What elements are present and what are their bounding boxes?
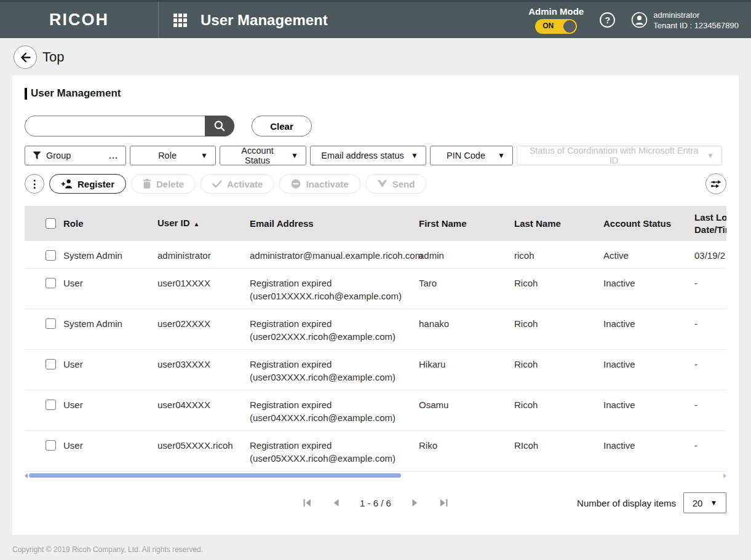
- sort-ascending-icon: ▲: [194, 221, 200, 227]
- filter-group[interactable]: Group ...: [25, 146, 126, 165]
- column-settings-button[interactable]: [705, 173, 726, 194]
- chevron-down-icon: ▼: [498, 151, 505, 160]
- admin-mode-control: Admin Mode ON: [528, 6, 584, 34]
- row-checkbox[interactable]: [46, 400, 56, 410]
- table-row[interactable]: System Admin administrator administrator…: [25, 241, 726, 269]
- column-last-name[interactable]: Last Name: [514, 218, 603, 230]
- cell-email: Registration expired (user03XXXX.ricoh@e…: [250, 358, 419, 384]
- filter-pin-code[interactable]: PIN Code ▼: [430, 146, 513, 165]
- row-checkbox[interactable]: [46, 359, 56, 369]
- more-options-button[interactable]: ⋮: [25, 174, 44, 194]
- column-first-name[interactable]: First Name: [419, 218, 514, 230]
- cell-role: User: [63, 439, 157, 452]
- cell-account-status: Inactive: [603, 358, 694, 371]
- row-checkbox[interactable]: [46, 250, 56, 261]
- email-line: (user02XXXX.ricoh@example.com): [250, 330, 413, 343]
- filter-entra-id: Status of Coordination with Microsoft En…: [517, 146, 722, 165]
- previous-page-button[interactable]: [332, 497, 341, 508]
- register-button[interactable]: Register: [49, 174, 126, 194]
- clear-button[interactable]: Clear: [252, 116, 312, 136]
- account-menu[interactable]: administrator Tenant ID : 1234567890: [631, 10, 739, 31]
- filter-account-status[interactable]: Account Status ▼: [220, 146, 306, 165]
- row-checkbox[interactable]: [46, 278, 56, 288]
- tune-sliders-icon: [709, 179, 723, 189]
- delete-button[interactable]: Delete: [131, 174, 196, 194]
- column-role[interactable]: Role: [63, 218, 157, 230]
- column-last-login[interactable]: Last Login Date/Time: [694, 211, 726, 236]
- table-row[interactable]: User user05XXXX.ricoh Registration expir…: [25, 431, 726, 471]
- cell-last-name: Ricoh: [514, 358, 603, 371]
- copyright-text: Copyright © 2019 Ricoh Company, Ltd. All…: [12, 545, 203, 554]
- scroll-right-arrow-icon[interactable]: [723, 473, 726, 478]
- cell-last-name: Ricoh: [514, 317, 603, 330]
- cell-last-login: -: [694, 358, 726, 371]
- app-title: User Management: [201, 12, 328, 29]
- email-line: Registration expired: [250, 358, 413, 371]
- email-line: Registration expired: [250, 398, 413, 411]
- help-icon[interactable]: ?: [600, 12, 615, 28]
- cell-last-name: Ricoh: [514, 277, 603, 290]
- search-box: [25, 116, 234, 136]
- cell-first-name: admin: [419, 249, 514, 262]
- cell-role: User: [63, 277, 157, 290]
- scroll-left-arrow-icon[interactable]: [25, 473, 28, 478]
- header-divider: [158, 2, 159, 38]
- cell-last-login: -: [694, 277, 726, 290]
- search-input[interactable]: [25, 116, 234, 136]
- column-email[interactable]: Email Address: [250, 218, 419, 230]
- last-page-button[interactable]: [438, 497, 450, 508]
- filter-role[interactable]: Role ▼: [130, 146, 216, 165]
- table-row[interactable]: User user04XXXX Registration expired (us…: [25, 390, 726, 431]
- display-items-dropdown[interactable]: 20 ▼: [683, 492, 726, 513]
- cell-first-name: Riko: [419, 439, 514, 452]
- app-launcher-icon[interactable]: [173, 14, 187, 27]
- brand-logo: RICOH: [0, 2, 158, 38]
- app-header: RICOH User Management Admin Mode ON ? ad…: [0, 0, 751, 38]
- first-page-icon: [303, 499, 312, 507]
- cell-last-login: -: [694, 317, 726, 330]
- chevron-down-icon: ▼: [707, 151, 714, 160]
- table-row[interactable]: System Admin user02XXXX Registration exp…: [25, 309, 726, 350]
- cell-account-status: Inactive: [603, 317, 694, 330]
- first-page-button[interactable]: [301, 497, 313, 508]
- cell-last-name: Ricoh: [514, 398, 603, 411]
- header-select-all: [25, 218, 63, 229]
- page-title: User Management: [31, 87, 121, 100]
- send-icon: [377, 179, 387, 188]
- toggle-knob[interactable]: [563, 20, 576, 33]
- cell-last-login: -: [694, 398, 726, 411]
- cell-account-status: Inactive: [603, 277, 694, 290]
- row-checkbox[interactable]: [46, 440, 56, 451]
- table-row[interactable]: User user03XXXX Registration expired (us…: [25, 350, 726, 390]
- table-row[interactable]: User user01XXXX Registration expired (us…: [25, 269, 726, 309]
- person-add-icon: [61, 179, 73, 189]
- filter-email-status[interactable]: Email address status ▼: [310, 146, 426, 165]
- kebab-icon: ⋮: [30, 179, 40, 189]
- row-checkbox[interactable]: [46, 318, 56, 329]
- scrollbar-thumb[interactable]: [29, 473, 401, 478]
- column-user-id[interactable]: User ID▲: [157, 217, 250, 231]
- search-icon: [213, 120, 226, 132]
- admin-mode-toggle[interactable]: ON: [535, 19, 577, 34]
- trash-icon: [143, 179, 151, 189]
- previous-page-icon: [333, 499, 340, 507]
- select-all-checkbox[interactable]: [46, 218, 56, 229]
- back-button[interactable]: [14, 45, 37, 69]
- activate-button[interactable]: Activate: [201, 174, 274, 194]
- cell-first-name: Taro: [419, 277, 514, 290]
- column-account-status[interactable]: Account Status: [603, 218, 694, 230]
- cell-user-id: user04XXXX: [157, 398, 250, 411]
- cell-first-name: hanako: [419, 317, 514, 330]
- chevron-down-icon: ▼: [291, 151, 298, 160]
- search-button[interactable]: [205, 116, 234, 136]
- last-page-icon: [439, 499, 448, 507]
- horizontal-scrollbar: [25, 473, 726, 478]
- cell-last-name: RIcoh: [514, 439, 603, 452]
- send-button[interactable]: Send: [365, 174, 427, 194]
- filter-funnel-icon: [33, 151, 41, 160]
- next-page-button[interactable]: [410, 497, 419, 508]
- cell-user-id: user05XXXX.ricoh: [157, 439, 250, 452]
- chevron-down-icon: ▼: [411, 151, 418, 160]
- inactivate-button[interactable]: Inactivate: [279, 174, 360, 194]
- chevron-down-icon: ▼: [710, 499, 717, 507]
